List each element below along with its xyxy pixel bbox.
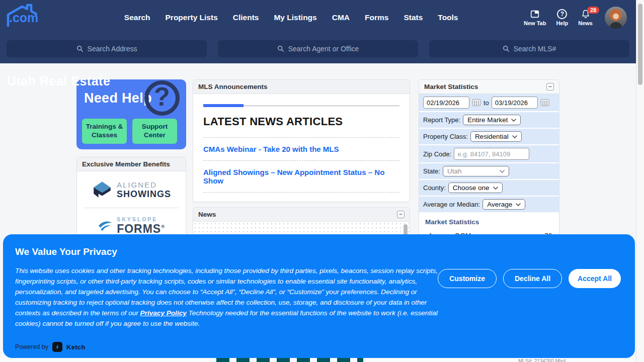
new-tab-label: New Tab [524,20,546,26]
main-nav: Search Property Lists Clients My Listing… [58,13,524,22]
utility-buttons: New Tab ? Help 28 News [524,7,627,29]
news-button[interactable]: 28 News [578,9,593,26]
consent-title: We Value Your Privacy [15,246,117,257]
page-scrollbar[interactable] [636,0,644,362]
search-bar-row: Search Address Search Agent or Office Se… [0,35,636,57]
nav-clients[interactable]: Clients [233,13,259,22]
nav-tools[interactable]: Tools [438,13,458,22]
house-outline-icon [5,3,40,28]
privacy-policy-link[interactable]: Privacy Policy [140,309,187,317]
agent-search-input[interactable] [218,40,418,57]
customize-button[interactable]: Customize [438,269,497,288]
cookie-consent-banner: We Value Your Privacy This website uses … [3,234,635,358]
nav-stats[interactable]: Stats [404,13,423,22]
ketch-label[interactable]: Ketch [66,343,86,351]
accept-all-button[interactable]: Accept All [569,269,621,288]
help-label: Help [556,20,568,26]
nav-forms[interactable]: Forms [365,13,388,22]
consent-body: This website uses cookies and other trac… [15,265,444,329]
new-tab-button[interactable]: New Tab [524,9,546,26]
user-avatar[interactable] [605,7,627,29]
ketch-icon [52,342,62,352]
mls-search-input[interactable] [429,40,629,57]
new-tab-icon [529,9,540,19]
consent-buttons: Customize Decline All Accept All [438,269,621,288]
powered-by: Powered by Ketch [15,342,86,352]
agent-search: Search Agent or Office [218,40,418,57]
help-icon: ? [557,9,567,19]
news-label: News [578,20,593,26]
nav-property-lists[interactable]: Property Lists [166,13,218,22]
top-header: Utah Real Estate.com Search Property Lis… [0,0,636,63]
nav-cma[interactable]: CMA [332,13,350,22]
help-button[interactable]: ? Help [556,9,568,26]
nav-search[interactable]: Search [124,13,150,22]
nav-my-listings[interactable]: My Listings [274,13,316,22]
address-search-input[interactable] [7,40,207,57]
decline-all-button[interactable]: Decline All [503,269,562,288]
page-scrollbar-thumb[interactable] [638,4,642,85]
mls-search: Search MLS# [429,40,629,57]
news-badge: 28 [587,7,599,14]
site-logo[interactable]: Utah Real Estate.com [7,11,38,25]
top-nav-bar: Utah Real Estate.com Search Property Lis… [0,0,636,35]
powered-by-label: Powered by [15,343,48,350]
address-search: Search Address [7,40,207,57]
